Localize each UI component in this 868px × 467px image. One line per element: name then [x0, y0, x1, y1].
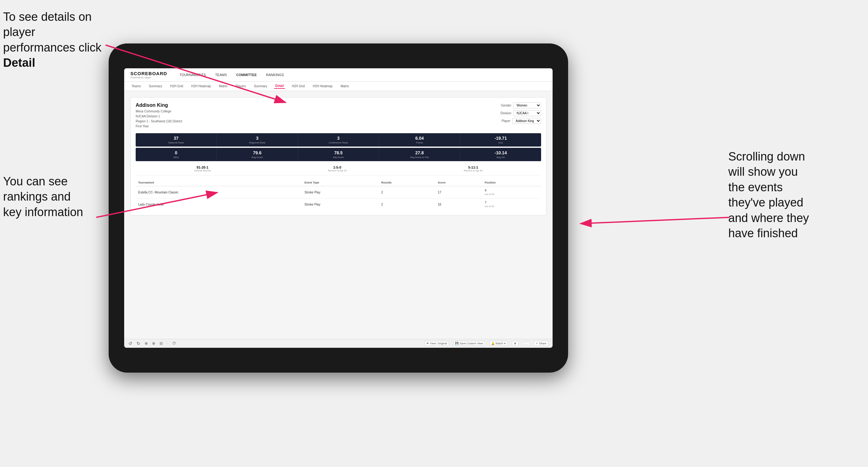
save-custom-label: Save Custom View [460, 342, 483, 345]
tournament-name-1: Estella CC- Mountain Classic [136, 186, 302, 198]
annotation-right: Scrolling downwill show youthe eventsthe… [728, 149, 859, 241]
event-type-1: Stroke Play [302, 186, 379, 198]
player-college: Mesa Community College [136, 109, 182, 114]
position-2: 7out of 20 [482, 198, 541, 211]
nav-teams[interactable]: TEAMS [215, 72, 227, 78]
stat-regional-rank-value: 3 [218, 136, 296, 141]
stat-national-rank: 37 National Rank [136, 133, 217, 147]
main-content: Addison King Mesa Community College NJCA… [124, 91, 553, 339]
stat-avg-score-par-label: Avg Score to Par [380, 156, 459, 159]
player-name: Addison King [136, 102, 182, 108]
annotation-top-left: To see details on player performances cl… [3, 9, 108, 71]
toolbar-icon2[interactable]: ⊗ [152, 341, 155, 346]
svg-line-3 [581, 217, 730, 224]
score-2: 16 [435, 198, 482, 211]
nav-bar: SCOREBOARD Powered by clippd TOURNAMENTS… [124, 68, 553, 82]
gender-select[interactable]: Women Men [513, 102, 541, 108]
sub-nav-h2h-grid2[interactable]: H2H Grid [290, 84, 306, 89]
save-icon: 💾 [455, 342, 459, 345]
player-division: NJCAA Division 1 [136, 114, 182, 119]
toolbar-redo[interactable]: ↻ [136, 341, 140, 346]
sub-nav-summary[interactable]: Summary [148, 84, 163, 89]
player-select[interactable]: Addison King [512, 118, 541, 124]
watch-btn[interactable]: 🔔 Watch ▾ [489, 341, 507, 346]
toolbar-separator: · [167, 342, 168, 345]
col-rounds: Rounds [379, 179, 435, 186]
tablet-screen: SCOREBOARD Powered by clippd TOURNAMENTS… [124, 68, 553, 348]
col-position: Position [482, 179, 541, 186]
stat-sos: -19.71 SoS [460, 133, 541, 147]
player-label: Player [502, 119, 510, 123]
sub-nav-teams[interactable]: Teams [130, 84, 142, 89]
nav-rankings[interactable]: RANKINGS [266, 72, 284, 78]
expand-btn[interactable]: ⛶ [523, 341, 529, 346]
watch-label: Watch [495, 342, 503, 345]
tablet-device: SCOREBOARD Powered by clippd TOURNAMENTS… [108, 43, 568, 373]
toolbar-undo[interactable]: ↺ [128, 341, 132, 346]
view-icon: 👁 [426, 342, 429, 345]
record-top25-value: 1-5-0 [328, 165, 346, 169]
share-label: Share [539, 342, 547, 345]
col-tournament: Tournament [136, 179, 302, 186]
player-card: Addison King Mesa Community College NJCA… [130, 97, 547, 216]
col-event-type: Event Type [302, 179, 379, 186]
stat-wins: 0 Wins [136, 148, 217, 161]
stat-wins-value: 0 [137, 150, 215, 155]
record-top25-label: Record vs top 25 [328, 169, 346, 172]
stat-wins-label: Wins [137, 156, 215, 159]
sub-nav-matrix2[interactable]: Matrix [339, 84, 350, 89]
gender-label: Gender [501, 104, 511, 107]
stat-points-label: Points [380, 141, 459, 144]
overall-record-label: Overall Record [194, 169, 211, 172]
expand-icon: ⛶ [525, 342, 527, 345]
score-1: 17 [435, 186, 482, 198]
player-region: Region 1 - Southwest (18) District [136, 119, 182, 124]
stat-conference-rank-label: Conference Rank [299, 141, 377, 144]
player-header: Addison King Mesa Community College NJCA… [136, 102, 541, 129]
stats-row-1: 37 National Rank 3 Regional Rank 3 Confe… [136, 133, 541, 147]
sub-nav-detail[interactable]: Detail [274, 84, 285, 89]
rounds-2: 2 [379, 198, 435, 211]
stats-row-2: 0 Wins 79.6 Avg Score 78.5 Adj Score 27.… [136, 148, 541, 161]
player-controls: Gender Women Men Division NJCAA I NJCAA … [500, 102, 541, 129]
annotation-right-text: Scrolling downwill show youthe eventsthe… [728, 150, 809, 240]
stat-regional-rank: 3 Regional Rank [217, 133, 298, 147]
nav-tournaments[interactable]: TOURNAMENTS [180, 72, 206, 78]
sub-nav-matrix[interactable]: Matrix [218, 84, 228, 89]
sub-nav-players[interactable]: Players [235, 84, 247, 89]
stat-avg-sg: -10.14 Avg SG [460, 148, 541, 161]
record-top25: 1-5-0 Record vs top 25 [328, 165, 346, 172]
col-score: Score [435, 179, 482, 186]
records-row: 91-20-1 Overall Record 1-5-0 Record vs t… [136, 162, 541, 176]
player-year: First Year [136, 124, 182, 129]
toolbar-icon3[interactable]: ⊟ [160, 341, 163, 346]
stat-avg-sg-value: -10.14 [462, 150, 540, 155]
overall-record-value: 91-20-1 [194, 165, 211, 169]
sub-nav-h2h-heatmap2[interactable]: H2H Heatmap [312, 84, 334, 89]
gender-row: Gender Women Men [501, 102, 541, 108]
division-select[interactable]: NJCAA I NJCAA II [513, 110, 541, 116]
division-label: Division [500, 112, 511, 115]
stat-regional-rank-label: Regional Rank [218, 141, 296, 144]
save-custom-btn[interactable]: 💾 Save Custom View [453, 341, 485, 346]
view-original-label: View: Original [430, 342, 447, 345]
share-btn[interactable]: ↗ Share [534, 341, 548, 346]
bottom-toolbar: ↺ ↻ ⊕ ⊗ ⊟ · ⏱ 👁 View: Original 💾 Save Cu… [124, 339, 553, 348]
stat-conference-rank: 3 Conference Rank [298, 133, 379, 147]
monitor-btn[interactable]: 🖥 [512, 341, 519, 346]
sub-nav-h2h-grid[interactable]: H2H Grid [169, 84, 184, 89]
toolbar-icon1[interactable]: ⊕ [145, 341, 148, 346]
nav-committee[interactable]: COMMITTEE [236, 72, 257, 78]
view-original-btn[interactable]: 👁 View: Original [424, 341, 449, 346]
monitor-icon: 🖥 [514, 342, 517, 345]
overall-record: 91-20-1 Overall Record [194, 165, 211, 172]
sub-nav-h2h-heatmap[interactable]: H2H Heatmap [190, 84, 212, 89]
toolbar-icon4[interactable]: ⏱ [172, 341, 176, 346]
stat-sos-label: SoS [462, 141, 540, 144]
stat-avg-score-label: Avg Score [218, 156, 296, 159]
watch-chevron: ▾ [504, 342, 506, 345]
sub-nav-summary2[interactable]: Summary [253, 84, 269, 89]
stat-sos-value: -19.71 [462, 136, 540, 141]
table-row: Lady Coyote Invite Stroke Play 2 16 7out… [136, 198, 541, 211]
rounds-1: 2 [379, 186, 435, 198]
